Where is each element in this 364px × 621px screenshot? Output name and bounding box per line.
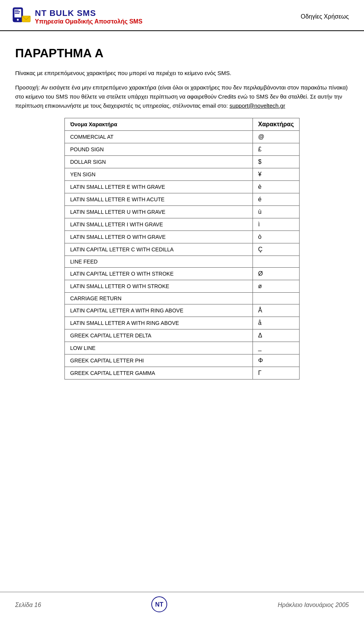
table-row: POUND SIGN£: [65, 143, 300, 156]
char-value: Γ: [253, 367, 299, 380]
char-name: LATIN SMALL LETTER O WITH GRAVE: [65, 231, 253, 243]
svg-point-2: [17, 19, 19, 21]
char-name: GREEK CAPITAL LETTER GAMMA: [65, 367, 253, 380]
char-name: GREEK CAPITAL LETTER PHI: [65, 354, 253, 367]
table-row: LOW LINE_: [65, 342, 300, 354]
logo-area: NT BULK SMS Υπηρεσία Ομαδικής Αποστολής …: [11, 7, 143, 27]
table-row: CARRIAGE RETURN: [65, 293, 300, 304]
footer-page-number: Σελίδα 16: [15, 602, 41, 608]
table-row: COMMERCIAL AT@: [65, 131, 300, 143]
char-name: DOLLAR SIGN: [65, 156, 253, 168]
char-name: LATIN SMALL LETTER O WITH STROKE: [65, 280, 253, 293]
char-value: å: [253, 317, 299, 329]
char-value: ø: [253, 280, 299, 293]
logo-title: NT BULK SMS: [35, 8, 143, 18]
table-col2-header: Χαρακτήρας: [253, 118, 299, 131]
table-row: LATIN SMALL LETTER O WITH STROKEø: [65, 280, 300, 293]
svg-rect-4: [15, 11, 20, 12]
char-value: ¥: [253, 168, 299, 181]
table-row: GREEK CAPITAL LETTER PHIΦ: [65, 354, 300, 367]
char-value: Ç: [253, 243, 299, 256]
char-value: è: [253, 181, 299, 193]
table-row: LATIN SMALL LETTER E WITH GRAVEè: [65, 181, 300, 193]
char-value: $: [253, 156, 299, 168]
table-row: LATIN CAPITAL LETTER C WITH CEDILLAÇ: [65, 243, 300, 256]
char-value: [253, 293, 299, 304]
footer-logo-icon: NT: [151, 596, 168, 613]
table-row: LINE FEED: [65, 256, 300, 268]
char-value: Å: [253, 304, 299, 317]
table-row: LATIN SMALL LETTER U WITH GRAVEù: [65, 206, 300, 218]
char-name: GREEK CAPITAL LETTER DELTA: [65, 329, 253, 342]
table-row: YEN SIGN¥: [65, 168, 300, 181]
logo-text-area: NT BULK SMS Υπηρεσία Ομαδικής Αποστολής …: [35, 8, 143, 25]
footer-logo: NT: [151, 596, 168, 614]
footer-date: Ηράκλειο Ιανουάριος 2005: [278, 602, 349, 608]
char-value: ò: [253, 231, 299, 243]
char-value: _: [253, 342, 299, 354]
intro-text: Πίνακας με επιτρεπόμενους χαρακτήρες που…: [15, 69, 349, 78]
char-name: COMMERCIAL AT: [65, 131, 253, 143]
svg-rect-3: [15, 10, 19, 11]
char-name: LATIN SMALL LETTER I WITH GRAVE: [65, 218, 253, 231]
char-name: LATIN SMALL LETTER E WITH GRAVE: [65, 181, 253, 193]
table-row: LATIN SMALL LETTER E WITH ACUTEé: [65, 193, 300, 206]
char-value: @: [253, 131, 299, 143]
char-value: ù: [253, 206, 299, 218]
char-name: LATIN SMALL LETTER E WITH ACUTE: [65, 193, 253, 206]
character-table: Όνομα Χαρακτήρα Χαρακτήρας COMMERCIAL AT…: [64, 118, 300, 380]
char-name: POUND SIGN: [65, 143, 253, 156]
warning-text: Προσοχή: Αν εισάγετε ένα μην επιτρεπόμεν…: [15, 83, 349, 110]
char-name: YEN SIGN: [65, 168, 253, 181]
table-col1-header: Όνομα Χαρακτήρα: [65, 118, 253, 131]
char-name: LATIN CAPITAL LETTER C WITH CEDILLA: [65, 243, 253, 256]
char-value: ì: [253, 218, 299, 231]
char-value: Ø: [253, 268, 299, 280]
main-content: ΠΑΡΑΡΤΗΜΑ Α Πίνακας με επιτρεπόμενους χα…: [0, 31, 364, 387]
logo-icon: [11, 7, 31, 27]
logo-subtitle: Υπηρεσία Ομαδικής Αποστολής SMS: [35, 18, 143, 25]
char-value: Δ: [253, 329, 299, 342]
char-name: LATIN SMALL LETTER U WITH GRAVE: [65, 206, 253, 218]
char-name: LATIN SMALL LETTER A WITH RING ABOVE: [65, 317, 253, 329]
section-title: ΠΑΡΑΡΤΗΜΑ Α: [15, 46, 349, 60]
table-row: LATIN CAPITAL LETTER O WITH STROKEØ: [65, 268, 300, 280]
header-right-text: Οδηγίες Χρήσεως: [301, 13, 349, 20]
char-value: é: [253, 193, 299, 206]
table-row: GREEK CAPITAL LETTER GAMMAΓ: [65, 367, 300, 380]
page-header: NT BULK SMS Υπηρεσία Ομαδικής Αποστολής …: [0, 0, 364, 31]
support-email-link[interactable]: support@noveltech.gr: [229, 102, 285, 109]
svg-text:NT: NT: [155, 601, 164, 608]
char-name: LATIN CAPITAL LETTER O WITH STROKE: [65, 268, 253, 280]
table-row: LATIN SMALL LETTER O WITH GRAVEò: [65, 231, 300, 243]
char-name: LINE FEED: [65, 256, 253, 268]
page-footer: Σελίδα 16 NT Ηράκλειο Ιανουάριος 2005: [0, 592, 364, 614]
char-value: Φ: [253, 354, 299, 367]
table-row: GREEK CAPITAL LETTER DELTAΔ: [65, 329, 300, 342]
char-name: LOW LINE: [65, 342, 253, 354]
char-name: LATIN CAPITAL LETTER A WITH RING ABOVE: [65, 304, 253, 317]
char-value: £: [253, 143, 299, 156]
table-row: LATIN SMALL LETTER I WITH GRAVEì: [65, 218, 300, 231]
table-row: LATIN CAPITAL LETTER A WITH RING ABOVEÅ: [65, 304, 300, 317]
svg-rect-5: [15, 13, 19, 14]
char-value: [253, 256, 299, 268]
table-row: LATIN SMALL LETTER A WITH RING ABOVEå: [65, 317, 300, 329]
table-row: DOLLAR SIGN$: [65, 156, 300, 168]
char-name: CARRIAGE RETURN: [65, 293, 253, 304]
